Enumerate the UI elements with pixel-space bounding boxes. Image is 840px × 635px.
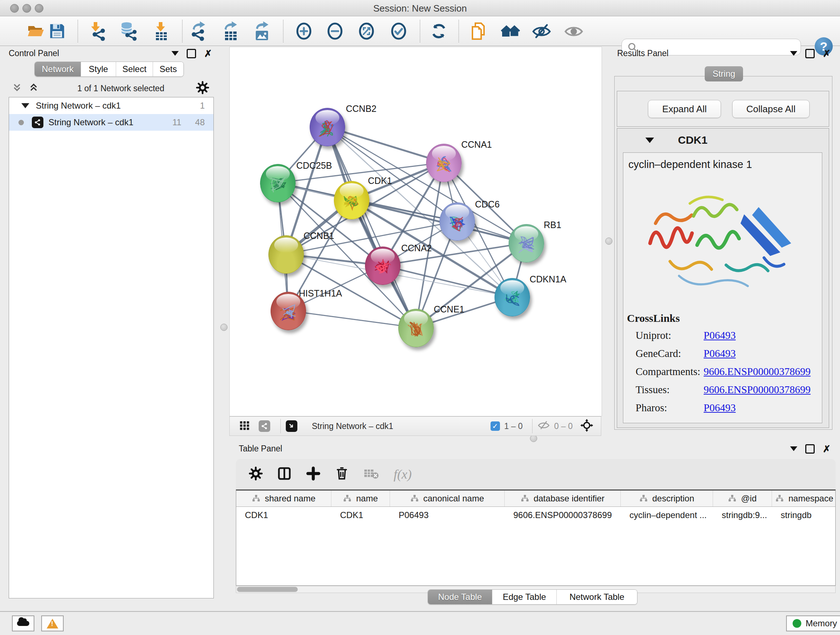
network-view-toolbar: String Network – cdk1 ✓ 1 – 0 0 – 0 — [229, 416, 601, 436]
node-CCNB2[interactable] — [309, 108, 345, 146]
table-cell[interactable]: stringdb:9... — [713, 510, 772, 520]
birds-eye-toggle[interactable] — [286, 420, 297, 432]
add-column-icon[interactable] — [306, 466, 321, 482]
annotations-button[interactable] — [468, 21, 488, 41]
network-canvas[interactable]: CCNB2CCNA1CDC25BCDK1CDC6RB1CCNB1CCNA2CDK… — [229, 47, 602, 416]
tab-string[interactable]: String — [705, 66, 743, 81]
table-cell[interactable]: P06493 — [390, 510, 505, 520]
crosslink-link[interactable]: P06493 — [704, 329, 736, 341]
column-header-shared-name[interactable]: shared name — [236, 491, 332, 507]
tab-edge-table[interactable]: Edge Table — [493, 590, 557, 604]
collection-expander-icon[interactable] — [21, 103, 29, 108]
save-session-button[interactable] — [47, 21, 67, 41]
node-CDC25B[interactable] — [260, 164, 295, 203]
apply-layout-button[interactable] — [429, 21, 449, 41]
table-cell[interactable]: 9606.ENSP00000378699 — [505, 510, 621, 520]
cloud-status-button[interactable] — [12, 616, 34, 631]
import-network-button[interactable] — [88, 21, 108, 41]
tab-select[interactable]: Select — [116, 62, 153, 76]
grid-view-icon[interactable] — [239, 420, 250, 432]
table-options-gear-icon[interactable] — [249, 467, 263, 482]
network-view-icon[interactable] — [259, 420, 270, 432]
panel-close-icon[interactable]: ✗ — [204, 50, 212, 57]
panel-menu-icon[interactable] — [790, 447, 797, 451]
show-all-button[interactable] — [564, 21, 584, 41]
panel-close-icon[interactable]: ✗ — [823, 445, 831, 453]
column-type-icon — [728, 494, 737, 502]
warnings-button[interactable] — [41, 616, 64, 631]
table-cell[interactable]: stringdb — [772, 510, 836, 520]
export-network-button[interactable] — [188, 21, 209, 41]
show-columns-icon[interactable] — [277, 466, 292, 482]
panel-close-icon[interactable]: ✗ — [823, 50, 831, 57]
column-header-@id[interactable]: @id — [713, 491, 772, 507]
memory-button[interactable]: Memory — [786, 616, 840, 631]
pan-crosshair-icon[interactable] — [580, 418, 594, 434]
hide-selected-button[interactable] — [531, 21, 552, 41]
tab-node-table[interactable]: Node Table — [428, 590, 493, 604]
panel-float-icon[interactable] — [187, 49, 196, 58]
table-cell[interactable]: cyclin–dependent ... — [621, 510, 713, 520]
node-CDC6[interactable] — [439, 203, 475, 241]
tab-network-table[interactable]: Network Table — [557, 590, 637, 604]
column-header-namespace[interactable]: namespace — [772, 491, 836, 507]
delete-column-icon[interactable] — [335, 466, 349, 482]
network-view-title: String Network – cdk1 — [312, 421, 491, 431]
tab-sets[interactable]: Sets — [153, 62, 183, 76]
column-header-description[interactable]: description — [621, 491, 713, 507]
fit-content-button[interactable] — [356, 21, 377, 41]
home-view-button[interactable] — [500, 21, 521, 41]
crosslink-link[interactable]: P06493 — [704, 402, 736, 414]
export-table-button[interactable] — [220, 21, 240, 41]
network-collection-row[interactable]: String Network – cdk1 1 — [9, 97, 213, 114]
node-RB1[interactable] — [508, 224, 544, 263]
selected-checkbox[interactable]: ✓ — [491, 421, 500, 431]
scrollbar-thumb[interactable] — [237, 587, 298, 592]
expand-all-button[interactable]: Expand All — [648, 100, 721, 118]
node-CCNA2[interactable] — [365, 247, 401, 285]
panel-float-icon[interactable] — [805, 49, 815, 58]
column-header-canonical-name[interactable]: canonical name — [390, 491, 505, 507]
cdk1-section-header[interactable]: CDK1 — [617, 128, 829, 152]
tab-network[interactable]: Network — [35, 62, 81, 76]
column-header-name[interactable]: name — [332, 491, 390, 507]
zoom-selected-button[interactable] — [388, 21, 409, 41]
protein-thumbnail-icon — [341, 191, 363, 212]
panel-menu-icon[interactable] — [172, 51, 179, 56]
collapse-all-networks-icon[interactable] — [12, 82, 22, 94]
table-row[interactable]: CDK1CDK1P064939606.ENSP00000378699cyclin… — [236, 507, 835, 524]
node-CDKN1A[interactable] — [494, 278, 530, 317]
table-cell[interactable]: CDK1 — [332, 510, 390, 520]
section-expander-icon[interactable] — [645, 138, 654, 143]
memory-label: Memory — [806, 618, 837, 629]
crosslink-link[interactable]: P06493 — [704, 348, 736, 359]
crosslink-link[interactable]: 9606.ENSP00000378699 — [704, 384, 811, 396]
collapse-all-button[interactable]: Collapse All — [732, 100, 810, 118]
left-splitter-handle[interactable] — [220, 324, 227, 331]
node-CCNE1[interactable] — [398, 309, 434, 347]
network-row-selected[interactable]: String Network – cdk1 11 48 — [9, 114, 213, 131]
column-header-database-identifier[interactable]: database identifier — [505, 491, 621, 507]
expand-all-networks-icon[interactable] — [29, 82, 38, 94]
node-CCNA1[interactable] — [426, 144, 462, 182]
edge-HIST1H1A-CCNE1[interactable] — [288, 310, 416, 328]
protein-thumbnail-icon — [278, 302, 299, 323]
control-panel-tabs: Network Style Select Sets — [34, 62, 184, 77]
zoom-out-button[interactable] — [325, 21, 345, 41]
column-type-icon — [410, 494, 419, 502]
panel-float-icon[interactable] — [805, 444, 815, 454]
node-CDK1[interactable] — [334, 181, 369, 219]
node-CCNB1[interactable] — [268, 235, 304, 274]
table-cell[interactable]: CDK1 — [236, 510, 332, 520]
network-options-gear-icon[interactable] — [196, 81, 209, 96]
crosslink-link[interactable]: 9606.ENSP00000378699 — [704, 366, 811, 378]
import-network-from-database-button[interactable] — [118, 21, 139, 41]
export-image-button[interactable] — [252, 21, 272, 41]
node-table[interactable]: shared namenamecanonical namedatabase id… — [236, 489, 836, 586]
column-header-label: namespace — [788, 494, 833, 504]
import-table-button[interactable] — [151, 21, 172, 41]
zoom-in-button[interactable] — [294, 21, 314, 41]
open-session-button[interactable] — [26, 21, 46, 41]
panel-menu-icon[interactable] — [790, 51, 797, 56]
tab-style[interactable]: Style — [81, 62, 116, 76]
